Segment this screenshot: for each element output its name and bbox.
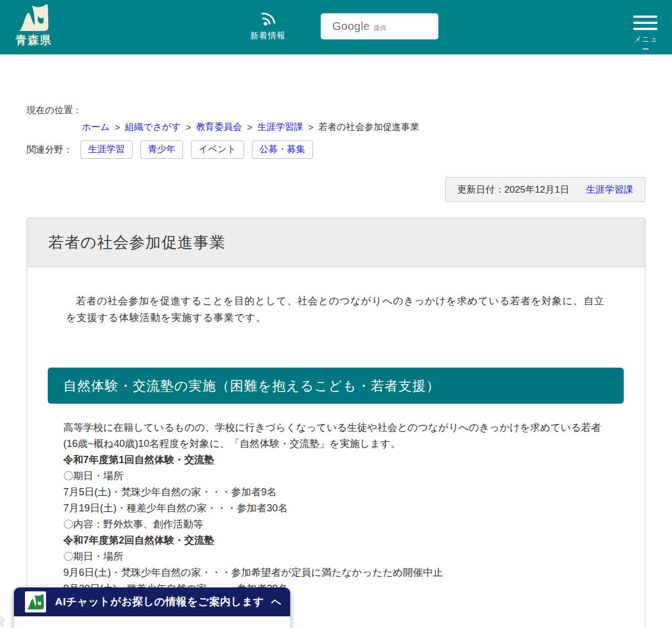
ai-chat-panel[interactable] — [14, 616, 290, 628]
breadcrumb-prefix: 現在の位置： — [27, 104, 82, 117]
article-body: 若者の社会参加を促進することを目的として、社会とのつながりへのきっかけを求めてい… — [27, 267, 645, 628]
ai-chat-logo — [25, 591, 46, 612]
ai-chat-toggle-button[interactable]: AIチャットがお探しの情報をご案内します ヘ — [14, 587, 290, 616]
related-tag-list: 生涯学習 青少年 イベント 公募・募集 — [80, 140, 314, 159]
body-line: 7月19日(土)・種差少年自然の家・・・参加者30名 — [63, 500, 614, 516]
department-link[interactable]: 生涯学習課 — [586, 183, 633, 196]
ai-chat-label: AIチャットがお探しの情報をご案内します — [55, 595, 264, 609]
breadcrumb-item[interactable]: 生涯学習課 — [257, 121, 304, 133]
related-tag[interactable]: イベント — [191, 140, 244, 159]
related-fields-label: 関連分野： — [27, 144, 73, 156]
breadcrumb-separator: > — [115, 122, 120, 133]
breadcrumb-item[interactable]: 教育委員会 — [196, 121, 242, 133]
collapse-chevron-icon: ヘ — [271, 595, 281, 609]
site-search-input[interactable]: Google 提供 — [321, 13, 438, 39]
google-provided-label: 提供 — [374, 24, 386, 32]
breadcrumb-items: ホーム > 組織でさがす > 教育委員会 > 生涯学習課 > — [82, 121, 419, 133]
update-info-box: 更新日付：2025年12月1日 生涯学習課 — [445, 177, 645, 202]
breadcrumb-item[interactable]: 若者の社会参加促進事業 — [319, 121, 420, 133]
prefecture-logo[interactable]: 青森県 — [12, 3, 55, 47]
site-header: 青森県 新着情報 Google 提供 メニュー — [0, 0, 672, 54]
logo-text: 青森県 — [12, 33, 55, 47]
body-line: 〇期日・場所 — [63, 468, 614, 484]
body-line: 9月6日(土)・梵珠少年自然の家・・・参加希望者が定員に満たなかったため開催中止 — [63, 565, 614, 581]
breadcrumb-item[interactable]: 組織でさがす — [125, 121, 181, 133]
related-tag[interactable]: 公募・募集 — [252, 140, 314, 159]
breadcrumb-separator: > — [186, 122, 191, 133]
breadcrumb-separator: > — [308, 122, 314, 133]
related-tag[interactable]: 生涯学習 — [80, 140, 133, 159]
section-heading: 自然体験・交流塾の実施（困難を抱えるこども・若者支援） — [48, 368, 624, 404]
body-line: 〇期日・場所 — [63, 549, 614, 565]
hamburger-icon — [633, 16, 659, 30]
ai-chat-widget: AIチャットがお探しの情報をご案内します ヘ — [14, 587, 290, 628]
page-title-box: 若者の社会参加促進事業 — [27, 218, 645, 267]
main-content: 現在の位置： ホーム > 組織でさがす > 教育委員会 — [0, 54, 672, 628]
body-line: 令和7年度第1回自然体験・交流塾 — [63, 452, 614, 468]
body-line: 〇内容：野外炊事、創作活動等 — [63, 516, 614, 532]
breadcrumb: 現在の位置： ホーム > 組織でさがす > 教育委員会 — [27, 88, 645, 133]
update-date: 更新日付：2025年12月1日 — [457, 183, 569, 196]
aomori-emblem-green-icon — [27, 594, 44, 611]
page-title: 若者の社会参加促進事業 — [48, 232, 226, 253]
whats-new-button[interactable]: 新着情報 — [244, 10, 292, 41]
intro-paragraph: 若者の社会参加を促進することを目的として、社会とのつながりへのきっかけを求めてい… — [66, 293, 613, 326]
body-line: 7月5日(土)・梵珠少年自然の家・・・参加者9名 — [63, 484, 614, 500]
related-fields-row: 関連分野： 生涯学習 青少年 イベント 公募・募集 — [27, 140, 645, 159]
broadcast-icon — [259, 9, 278, 28]
update-row: 更新日付：2025年12月1日 生涯学習課 — [27, 177, 645, 202]
related-tag[interactable]: 青少年 — [140, 140, 184, 159]
menu-label: メニュー — [633, 34, 659, 54]
body-line: 令和7年度第2回自然体験・交流塾 — [63, 532, 614, 549]
aomori-emblem-icon — [18, 3, 49, 33]
google-watermark: Google — [332, 20, 370, 33]
breadcrumb-separator: > — [247, 122, 252, 133]
whats-new-label: 新着情報 — [244, 31, 292, 41]
menu-button[interactable]: メニュー — [633, 16, 659, 54]
body-line: 高等学校に在籍しているものの、学校に行きづらくなっている生徒や社会とのつながりへ… — [63, 420, 614, 452]
breadcrumb-item[interactable]: ホーム — [82, 121, 109, 133]
mouse-cursor — [0, 613, 7, 627]
